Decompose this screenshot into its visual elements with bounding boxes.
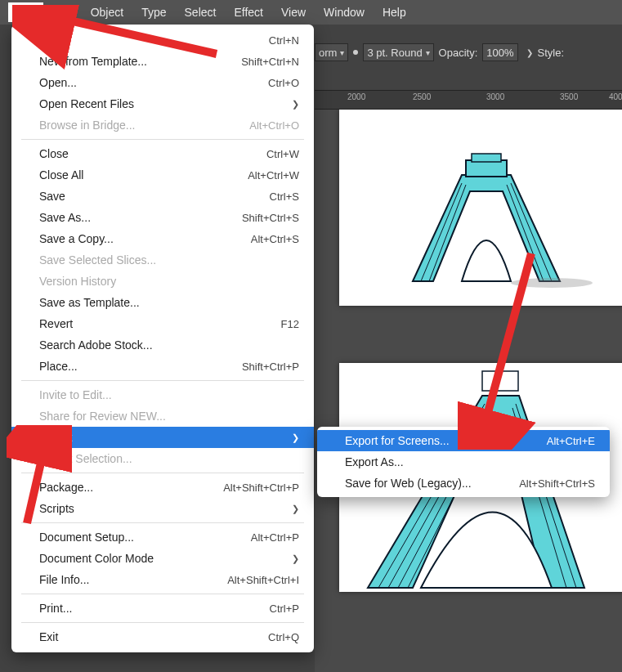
file-menu-item-document-color-mode[interactable]: Document Color Mode❯	[11, 548, 314, 569]
menu-item-shortcut: Alt+Ctrl+S	[251, 233, 299, 245]
ruler-tick: 2000	[347, 92, 365, 101]
svg-rect-2	[472, 154, 501, 162]
menu-edit[interactable]: Edit	[45, 2, 81, 22]
menu-item-shortcut: Alt+Ctrl+O	[249, 119, 299, 132]
menu-item-label: Close All	[39, 168, 83, 181]
file-menu-item-save-as-template[interactable]: Save as Template...	[11, 292, 314, 313]
menu-view[interactable]: View	[273, 2, 314, 22]
bullet-icon	[353, 50, 358, 55]
chevron-right-icon: ❯	[292, 432, 299, 443]
menu-item-label: Document Setup...	[39, 531, 134, 544]
ruler-tick: 3500	[560, 92, 578, 101]
file-menu-item-search-adobe-stock[interactable]: Search Adobe Stock...	[11, 334, 314, 356]
menu-item-label: Export	[39, 431, 72, 444]
artwork-azadi-tower	[339, 110, 622, 306]
file-menu-item-place[interactable]: Place...Shift+Ctrl+P	[11, 356, 314, 377]
chevron-right-icon: ❯	[292, 504, 299, 514]
menu-effect[interactable]: Effect	[226, 2, 271, 22]
file-menu-item-revert[interactable]: RevertF12	[11, 313, 314, 334]
svg-line-5	[511, 183, 552, 281]
chevron-right-icon: ❯	[526, 48, 533, 57]
file-menu-item-scripts[interactable]: Scripts❯	[11, 498, 314, 519]
file-menu-item-open-recent-files[interactable]: Open Recent Files❯	[11, 93, 314, 114]
file-menu-item-file-info[interactable]: File Info...Alt+Shift+Ctrl+I	[11, 569, 314, 590]
menu-item-shortcut: F12	[281, 318, 299, 330]
menu-item-label: Save	[39, 190, 65, 203]
menu-item-label: Package...	[39, 481, 93, 494]
menu-item-shortcut: Alt+Shift+Ctrl+I	[227, 574, 299, 586]
artboard-1[interactable]	[339, 110, 622, 306]
menu-item-shortcut: Shift+Ctrl+S	[242, 212, 299, 224]
svg-rect-1	[466, 160, 507, 177]
file-menu-item-new[interactable]: New...Ctrl+N	[11, 29, 314, 51]
menu-item-label: Document Color Mode	[39, 552, 154, 565]
menu-object[interactable]: Object	[83, 2, 132, 22]
menu-item-label: Invite to Edit...	[39, 388, 112, 401]
options-bar: orm ▾ 3 pt. Round ▾ Opacity: 100% ❯ Styl…	[315, 41, 622, 64]
menu-separator	[21, 522, 304, 523]
menu-window[interactable]: Window	[315, 2, 373, 22]
opacity-input[interactable]: 100%	[482, 43, 517, 61]
file-menu-item-exit[interactable]: ExitCtrl+Q	[11, 626, 314, 647]
transform-label: orm	[319, 47, 337, 59]
menu-item-label: Place...	[39, 360, 78, 373]
menu-item-label: Save a Copy...	[39, 232, 114, 245]
menu-item-shortcut: Ctrl+N	[269, 34, 299, 47]
menu-help[interactable]: Help	[374, 2, 414, 22]
menu-item-label: Scripts	[39, 502, 74, 515]
file-menu-item-close[interactable]: CloseCtrl+W	[11, 143, 314, 164]
file-menu-item-save-as[interactable]: Save As...Shift+Ctrl+S	[11, 207, 314, 228]
file-menu-item-save[interactable]: SaveCtrl+S	[11, 186, 314, 207]
style-label: Style:	[538, 47, 565, 59]
file-menu-item-package[interactable]: Package...Alt+Shift+Ctrl+P	[11, 477, 314, 498]
file-menu-item-save-selected-slices: Save Selected Slices...	[11, 249, 314, 271]
menu-item-label: Export As...	[345, 455, 404, 468]
file-menu-item-open[interactable]: Open...Ctrl+O	[11, 72, 314, 93]
file-menu-item-export[interactable]: Export❯	[11, 427, 314, 448]
export-menu-item-export-as[interactable]: Export As...	[317, 451, 610, 473]
menu-item-shortcut: Alt+Ctrl+W	[248, 169, 299, 181]
menu-item-shortcut: Ctrl+P	[270, 603, 299, 615]
file-menu-item-browse-in-bridge: Browse in Bridge...Alt+Ctrl+O	[11, 114, 314, 136]
menu-type[interactable]: Type	[133, 2, 174, 22]
menu-item-shortcut: Alt+Ctrl+P	[251, 531, 299, 544]
svg-line-3	[421, 183, 462, 281]
menu-separator	[21, 622, 304, 623]
export-submenu: Export for Screens...Alt+Ctrl+EExport As…	[317, 427, 610, 497]
file-menu-item-document-setup[interactable]: Document Setup...Alt+Ctrl+P	[11, 526, 314, 548]
menu-item-label: Open...	[39, 76, 77, 89]
file-menu-item-export-selection: Export Selection...	[11, 448, 314, 469]
file-menu-item-print[interactable]: Print...Ctrl+P	[11, 598, 314, 619]
menu-file[interactable]: File	[8, 2, 43, 22]
menu-item-label: Version History	[39, 275, 116, 288]
opacity-value: 100%	[486, 47, 513, 59]
transform-dropdown[interactable]: orm ▾	[315, 43, 348, 61]
menu-item-label: Save As...	[39, 211, 91, 224]
file-menu-item-new-from-template[interactable]: New from Template...Shift+Ctrl+N	[11, 51, 314, 72]
menu-item-shortcut: Ctrl+O	[268, 77, 299, 89]
stroke-profile-dropdown[interactable]: 3 pt. Round ▾	[363, 43, 433, 61]
menu-item-shortcut: Ctrl+W	[266, 148, 299, 160]
file-menu-item-close-all[interactable]: Close AllAlt+Ctrl+W	[11, 164, 314, 186]
chevron-down-icon: ▾	[340, 48, 344, 57]
menu-item-label: Share for Review NEW...	[39, 410, 166, 423]
file-menu-item-save-a-copy[interactable]: Save a Copy...Alt+Ctrl+S	[11, 228, 314, 249]
horizontal-ruler: 2000 2500 3000 3500 400	[315, 90, 622, 110]
menu-item-shortcut: Ctrl+S	[270, 190, 299, 203]
menu-item-label: Close	[39, 147, 69, 160]
menu-item-label: Search Adobe Stock...	[39, 338, 153, 352]
export-menu-item-save-for-web-legacy[interactable]: Save for Web (Legacy)...Alt+Shift+Ctrl+S	[317, 473, 610, 494]
file-menu-item-version-history: Version History	[11, 271, 314, 292]
export-menu-item-export-for-screens[interactable]: Export for Screens...Alt+Ctrl+E	[317, 430, 610, 451]
menu-item-label: Browse in Bridge...	[39, 119, 136, 132]
menu-item-label: Open Recent Files	[39, 97, 134, 110]
menu-item-label: Print...	[39, 602, 72, 615]
menu-select[interactable]: Select	[177, 2, 225, 22]
canvas[interactable]	[315, 110, 622, 672]
menu-separator	[21, 139, 304, 140]
menu-item-label: Revert	[39, 317, 73, 330]
svg-point-7	[511, 278, 593, 288]
menu-item-label: Exit	[39, 630, 58, 643]
menu-item-label: Export Selection...	[39, 452, 132, 465]
file-menu-dropdown: New...Ctrl+NNew from Template...Shift+Ct…	[11, 25, 314, 652]
